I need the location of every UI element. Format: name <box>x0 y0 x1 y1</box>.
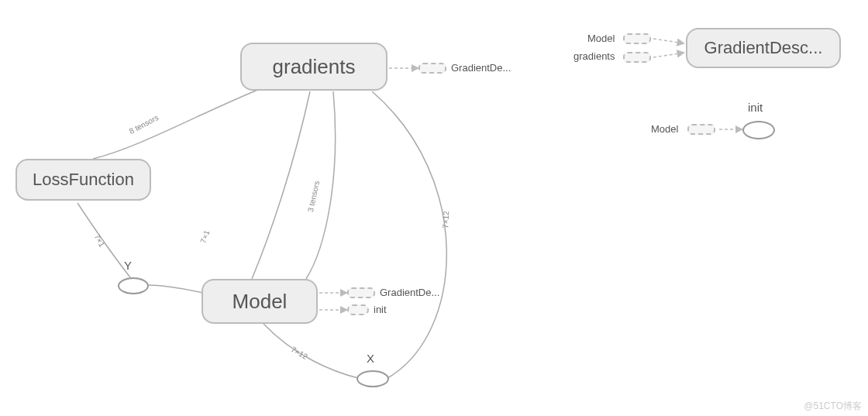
node-label: GradientDesc... <box>704 38 823 58</box>
label-model-out-gd: GradientDe... <box>380 287 439 298</box>
aux-input-model-label: Model <box>587 33 615 44</box>
ghost-aux-model <box>623 33 651 44</box>
node-label: Model <box>232 290 288 314</box>
label-gradients-out: GradientDe... <box>451 62 511 74</box>
svg-line-4 <box>653 53 684 57</box>
node-x-ellipse[interactable] <box>356 370 389 387</box>
ghost-aux-init-model <box>687 124 715 135</box>
ghost-gradients-out <box>418 63 446 74</box>
node-y-ellipse[interactable] <box>118 277 149 294</box>
node-init-ellipse[interactable] <box>742 121 775 139</box>
ghost-aux-gradients <box>623 52 651 63</box>
node-loss-function[interactable]: LossFunction <box>16 159 151 201</box>
node-label: gradients <box>273 55 356 79</box>
aux-init-input-label: Model <box>651 123 678 135</box>
node-gradients[interactable]: gradients <box>240 43 388 91</box>
label-model-out-init: init <box>374 304 387 315</box>
node-x-label: X <box>367 352 374 365</box>
ghost-model-out-init <box>347 304 369 315</box>
node-y-label: Y <box>124 259 132 272</box>
aux-input-gradients-label: gradients <box>574 50 615 62</box>
node-label: LossFunction <box>33 170 134 190</box>
edge-label-grad-x: 7×12 <box>441 211 450 229</box>
svg-line-3 <box>653 39 684 43</box>
node-model[interactable]: Model <box>202 279 318 324</box>
aux-init-label: init <box>748 101 763 114</box>
watermark-text: @51CTO博客 <box>804 400 862 413</box>
node-gradient-descent[interactable]: GradientDesc... <box>686 28 841 68</box>
ghost-model-out-gd <box>347 287 375 298</box>
